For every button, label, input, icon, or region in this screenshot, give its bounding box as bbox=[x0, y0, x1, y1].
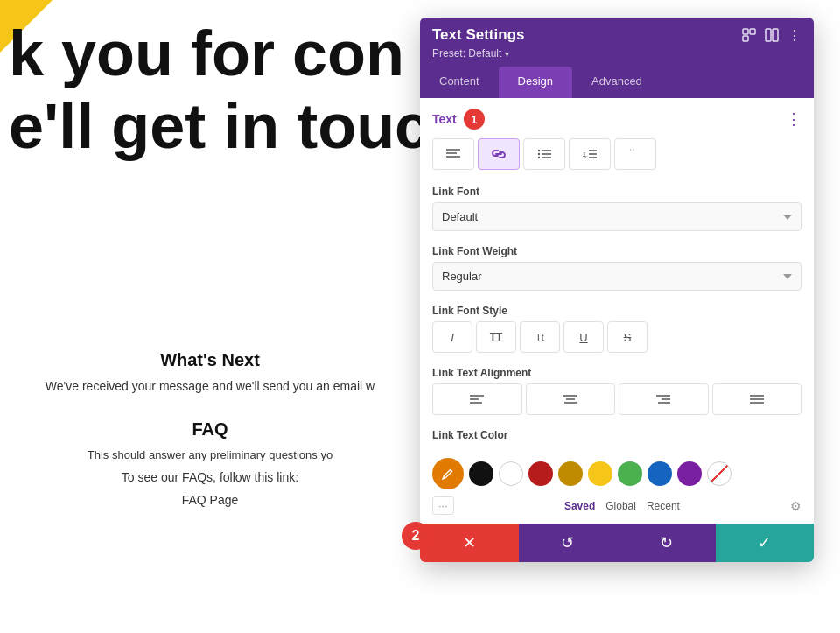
panel-footer: ✕ ↺ ↻ ✓ bbox=[420, 524, 814, 562]
svg-rect-0 bbox=[743, 29, 748, 34]
save-button[interactable]: ✓ bbox=[716, 524, 815, 562]
more-icon[interactable]: ⋮ bbox=[788, 27, 802, 44]
svg-point-12 bbox=[538, 153, 540, 155]
list-ul-toolbar-icon[interactable] bbox=[523, 138, 565, 170]
list-ol-toolbar-icon[interactable]: 1.2. bbox=[569, 138, 611, 170]
link-align-center-btn[interactable] bbox=[526, 383, 616, 415]
text-settings-panel: Text Settings ⋮ Preset: Default ▾ Conten… bbox=[420, 18, 814, 562]
quote-toolbar-icon[interactable]: " bbox=[614, 138, 656, 170]
color-settings-icon[interactable]: ⚙ bbox=[790, 499, 802, 513]
link-font-style-row: Link Font Style I TT Tt U S bbox=[420, 298, 814, 360]
background-section: What's Next We've received your message … bbox=[0, 333, 420, 533]
expand-icon[interactable] bbox=[742, 28, 756, 42]
tt-small-style-btn[interactable]: Tt bbox=[520, 321, 560, 353]
link-font-weight-label: Link Font Weight bbox=[432, 245, 802, 257]
panel-body: Text 1 ⋮ 1.2. " Link Font bbox=[420, 98, 814, 524]
swatch-green[interactable] bbox=[618, 461, 642, 486]
swatch-white[interactable] bbox=[499, 461, 523, 486]
underline-style-btn[interactable]: U bbox=[564, 321, 604, 353]
link-font-select[interactable]: Default Arial Georgia Verdana bbox=[432, 202, 802, 231]
undo-button[interactable]: ↺ bbox=[519, 524, 618, 562]
svg-rect-4 bbox=[773, 29, 778, 41]
background-big-text: k you for con e'll get in touc bbox=[0, 18, 430, 163]
panel-tabs: Content Design Advanced bbox=[420, 67, 814, 98]
text-align-left-icon[interactable] bbox=[432, 138, 474, 170]
link-align-left-btn[interactable] bbox=[432, 383, 522, 415]
svg-rect-1 bbox=[750, 29, 755, 34]
swatch-yellow[interactable] bbox=[588, 461, 612, 486]
link-font-label: Link Font bbox=[432, 186, 802, 198]
cancel-button[interactable]: ✕ bbox=[420, 524, 519, 562]
swatch-dark-red[interactable] bbox=[528, 461, 553, 486]
panel-header-icons: ⋮ bbox=[742, 27, 802, 44]
swatch-clear[interactable] bbox=[707, 461, 732, 486]
link-font-weight-row: Link Font Weight Thin Light Regular Medi… bbox=[420, 238, 814, 298]
link-font-style-label: Link Font Style bbox=[432, 305, 802, 317]
italic-style-btn[interactable]: I bbox=[432, 321, 472, 353]
icon-toolbar: 1.2. " bbox=[420, 135, 814, 179]
panel-header: Text Settings ⋮ Preset: Default ▾ bbox=[420, 18, 814, 67]
section-menu-icon[interactable]: ⋮ bbox=[786, 109, 802, 129]
svg-point-14 bbox=[538, 157, 540, 158]
panel-preset[interactable]: Preset: Default ▾ bbox=[432, 47, 802, 60]
link-text-color-label: Link Text Color bbox=[432, 429, 802, 441]
badge-1: 1 bbox=[464, 109, 485, 130]
link-align-justify-btn[interactable] bbox=[712, 383, 802, 415]
svg-rect-3 bbox=[766, 29, 771, 41]
link-text-color-row: Link Text Color bbox=[420, 422, 814, 453]
tab-content[interactable]: Content bbox=[420, 67, 499, 98]
tt-style-btn[interactable]: TT bbox=[476, 321, 516, 353]
recent-tab[interactable]: Recent bbox=[647, 500, 680, 512]
section-header: Text 1 ⋮ bbox=[420, 98, 814, 135]
strike-style-btn[interactable]: S bbox=[607, 321, 648, 353]
link-text-alignment-row: Link Text Alignment bbox=[420, 360, 814, 422]
saved-tab[interactable]: Saved bbox=[564, 500, 595, 512]
svg-rect-2 bbox=[743, 36, 748, 41]
link-text-alignment-label: Link Text Alignment bbox=[432, 367, 802, 379]
section-title: Text bbox=[432, 112, 457, 126]
tab-advanced[interactable]: Advanced bbox=[572, 67, 662, 98]
svg-point-10 bbox=[538, 150, 540, 151]
svg-text:": " bbox=[629, 149, 634, 159]
tab-design[interactable]: Design bbox=[499, 67, 572, 98]
link-font-row: Link Font Default Arial Georgia Verdana bbox=[420, 179, 814, 238]
swatch-black[interactable] bbox=[469, 461, 494, 486]
dots-btn[interactable]: ··· bbox=[432, 496, 454, 515]
panel-title: Text Settings bbox=[432, 26, 524, 44]
swatch-purple[interactable] bbox=[677, 461, 702, 486]
color-swatch-row bbox=[420, 453, 814, 493]
svg-text:2.: 2. bbox=[583, 155, 588, 159]
link-font-weight-select[interactable]: Thin Light Regular Medium Bold bbox=[432, 262, 802, 291]
split-icon[interactable] bbox=[765, 28, 779, 42]
link-toolbar-icon[interactable] bbox=[478, 138, 520, 170]
color-pencil-btn[interactable] bbox=[432, 458, 464, 489]
swatch-blue[interactable] bbox=[648, 461, 672, 486]
redo-button[interactable]: ↻ bbox=[617, 524, 716, 562]
global-tab[interactable]: Global bbox=[606, 500, 636, 512]
badge-2: 2 bbox=[402, 522, 430, 550]
color-footer: ··· Saved Global Recent ⚙ bbox=[420, 493, 814, 524]
swatch-gold[interactable] bbox=[558, 461, 583, 486]
link-align-right-btn[interactable] bbox=[619, 383, 709, 415]
